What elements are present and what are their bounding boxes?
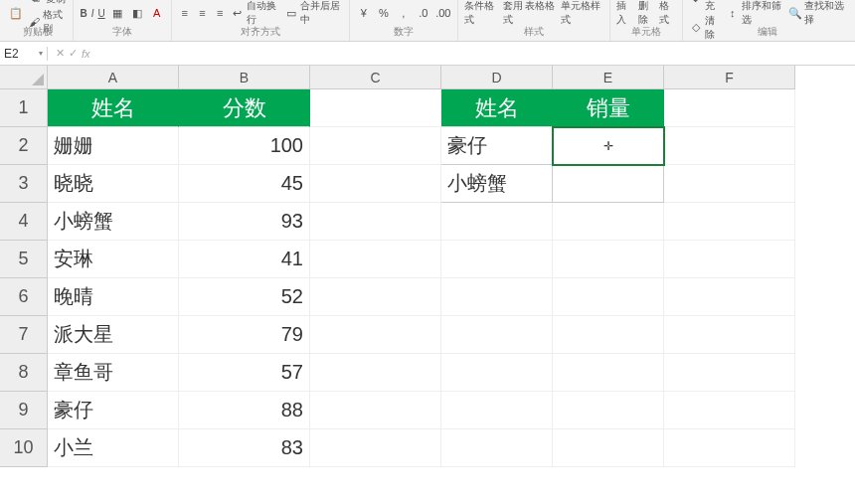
- cell-B8[interactable]: 57: [179, 354, 310, 392]
- cell-F8[interactable]: [664, 354, 795, 392]
- col-head-A[interactable]: A: [48, 66, 179, 89]
- cell-D10[interactable]: [441, 429, 553, 467]
- align-center-icon[interactable]: ≡: [196, 5, 210, 21]
- currency-icon[interactable]: ¥: [356, 5, 372, 21]
- cell-C6[interactable]: [310, 278, 441, 316]
- find-button[interactable]: 🔍查找和选择: [788, 0, 847, 27]
- row-head-5[interactable]: 5: [0, 241, 48, 278]
- font-color-icon[interactable]: A: [149, 5, 165, 21]
- cell-F5[interactable]: [664, 241, 795, 278]
- cell-E8[interactable]: [553, 354, 664, 392]
- insert-button[interactable]: 插入: [616, 0, 633, 27]
- cell-B7[interactable]: 79: [179, 316, 310, 354]
- cell-E5[interactable]: [553, 241, 664, 278]
- row-head-7[interactable]: 7: [0, 316, 48, 354]
- row-head-3[interactable]: 3: [0, 165, 48, 203]
- dec-decimal-icon[interactable]: .00: [435, 5, 451, 21]
- row-head-8[interactable]: 8: [0, 354, 48, 392]
- col-head-F[interactable]: F: [664, 66, 795, 89]
- cell-A8[interactable]: 章鱼哥: [48, 354, 179, 392]
- row-head-9[interactable]: 9: [0, 392, 48, 429]
- fill-button[interactable]: ↧填充: [689, 0, 722, 13]
- cell-C3[interactable]: [310, 165, 441, 203]
- cell-F9[interactable]: [664, 392, 795, 429]
- cell-B10[interactable]: 83: [179, 429, 310, 467]
- table-format-button[interactable]: 套用 表格格式: [503, 0, 557, 27]
- cell-E3[interactable]: [553, 165, 664, 203]
- cell-C2[interactable]: [310, 127, 441, 165]
- wrap-button[interactable]: ↩自动换行: [231, 0, 280, 27]
- cell-A3[interactable]: 晓晓: [48, 165, 179, 203]
- cell-B2[interactable]: 100: [179, 127, 310, 165]
- name-box[interactable]: E2 ▾: [0, 47, 48, 61]
- align-right-icon[interactable]: ≡: [213, 5, 227, 21]
- cell-D3[interactable]: 小螃蟹: [441, 165, 553, 203]
- cell-D6[interactable]: [441, 278, 553, 316]
- cell-E10[interactable]: [553, 429, 664, 467]
- row-head-2[interactable]: 2: [0, 127, 48, 165]
- cell-B9[interactable]: 88: [179, 392, 310, 429]
- cell-A6[interactable]: 晚晴: [48, 278, 179, 316]
- format-button[interactable]: 格式: [659, 0, 676, 27]
- cell-A5[interactable]: 安琳: [48, 241, 179, 278]
- cell-D4[interactable]: [441, 203, 553, 241]
- select-all-corner[interactable]: [0, 66, 48, 89]
- comma-icon[interactable]: ,: [396, 5, 412, 21]
- delete-button[interactable]: 删除: [638, 0, 655, 27]
- row-head-6[interactable]: 6: [0, 278, 48, 316]
- cell-A1[interactable]: 姓名: [48, 89, 179, 127]
- cell-D5[interactable]: [441, 241, 553, 278]
- col-head-D[interactable]: D: [441, 66, 553, 89]
- percent-icon[interactable]: %: [376, 5, 392, 21]
- col-head-B[interactable]: B: [179, 66, 310, 89]
- cell-E4[interactable]: [553, 203, 664, 241]
- cell-B1[interactable]: 分数: [179, 89, 310, 127]
- cell-A9[interactable]: 豪仔: [48, 392, 179, 429]
- clear-button[interactable]: ◇清除: [689, 14, 722, 42]
- col-head-E[interactable]: E: [553, 66, 664, 89]
- cell-C5[interactable]: [310, 241, 441, 278]
- cell-C7[interactable]: [310, 316, 441, 354]
- cell-D7[interactable]: [441, 316, 553, 354]
- accept-formula-icon[interactable]: ✓: [69, 47, 78, 60]
- cell-F6[interactable]: [664, 278, 795, 316]
- cell-A7[interactable]: 派大星: [48, 316, 179, 354]
- cell-F1[interactable]: [664, 89, 795, 127]
- cell-style-button[interactable]: 单元格样式: [561, 0, 603, 27]
- chevron-down-icon[interactable]: ▾: [39, 49, 43, 58]
- cell-D1[interactable]: 姓名: [441, 89, 553, 127]
- row-head-10[interactable]: 10: [0, 429, 48, 467]
- cell-A2[interactable]: 姗姗: [48, 127, 179, 165]
- paste-button[interactable]: 📋: [8, 5, 24, 21]
- border-icon[interactable]: ▦: [109, 5, 125, 21]
- cell-C4[interactable]: [310, 203, 441, 241]
- cond-format-button[interactable]: 条件格式: [464, 0, 499, 27]
- inc-decimal-icon[interactable]: .0: [416, 5, 431, 21]
- fx-icon[interactable]: fx: [82, 48, 90, 60]
- cell-F3[interactable]: [664, 165, 795, 203]
- cell-F7[interactable]: [664, 316, 795, 354]
- cell-D2[interactable]: 豪仔: [441, 127, 553, 165]
- cell-D8[interactable]: [441, 354, 553, 392]
- cell-F4[interactable]: [664, 203, 795, 241]
- cell-B4[interactable]: 93: [179, 203, 310, 241]
- cell-D9[interactable]: [441, 392, 553, 429]
- copy-button[interactable]: ⧉复制: [28, 0, 67, 7]
- cell-E7[interactable]: [553, 316, 664, 354]
- cell-E9[interactable]: [553, 392, 664, 429]
- row-head-1[interactable]: 1: [0, 89, 48, 127]
- cell-F2[interactable]: [664, 127, 795, 165]
- row-head-4[interactable]: 4: [0, 203, 48, 241]
- cell-B5[interactable]: 41: [179, 241, 310, 278]
- bold-button[interactable]: B: [80, 8, 86, 19]
- cell-A10[interactable]: 小兰: [48, 429, 179, 467]
- cell-C10[interactable]: [310, 429, 441, 467]
- cell-A4[interactable]: 小螃蟹: [48, 203, 179, 241]
- merge-button[interactable]: ▭合并后居中: [284, 0, 343, 27]
- cell-E1[interactable]: 销量: [553, 89, 664, 127]
- italic-button[interactable]: I: [91, 8, 94, 19]
- cell-F10[interactable]: [664, 429, 795, 467]
- cell-B6[interactable]: 52: [179, 278, 310, 316]
- cell-C1[interactable]: [310, 89, 441, 127]
- underline-button[interactable]: U: [97, 8, 104, 19]
